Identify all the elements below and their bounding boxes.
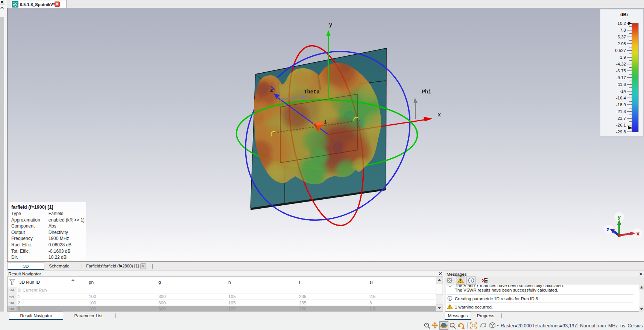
svg-text:Theta: Theta: [304, 89, 320, 95]
svg-text:-11.6: -11.6: [617, 82, 626, 87]
svg-text:Creating parametric 1D results: Creating parametric 1D results for Run I…: [455, 296, 538, 301]
svg-text:2.95: 2.95: [618, 41, 626, 46]
svg-text:100: 100: [89, 300, 96, 306]
svg-text:sl: sl: [369, 280, 373, 285]
svg-text:-16.4: -16.4: [616, 96, 626, 100]
svg-text:gh: gh: [89, 280, 94, 285]
svg-text:l: l: [299, 280, 300, 285]
svg-text:10.2: 10.2: [618, 21, 626, 26]
svg-text:235: 235: [299, 294, 307, 299]
svg-text:h: h: [228, 280, 231, 285]
svg-text:2.5: 2.5: [369, 294, 376, 299]
svg-text:1: 1: [324, 119, 327, 125]
svg-text:-1.9: -1.9: [618, 55, 626, 60]
svg-text:g: g: [158, 280, 161, 285]
svg-text:mm MHz ns Celsius: mm MHz ns Celsius: [598, 323, 643, 328]
svg-text:1.8: 1.8: [369, 306, 376, 311]
svg-text:0.527: 0.527: [615, 48, 626, 53]
svg-text:The S and Y matrices have been: The S and Y matrices have been successfu…: [455, 285, 564, 288]
svg-text:Tetrahedrons=93,197: Tetrahedrons=93,197: [532, 323, 577, 328]
svg-text:-18.9: -18.9: [616, 102, 626, 107]
svg-text:105: 105: [228, 300, 236, 306]
svg-text:3: 3: [18, 306, 20, 311]
svg-text:-4.32: -4.32: [616, 62, 626, 66]
svg-text:1: 1: [18, 294, 20, 299]
svg-text:dBi: dBi: [620, 12, 628, 17]
svg-text:0: Current Run: 0: Current Run: [18, 287, 47, 293]
svg-text:-26.1: -26.1: [616, 123, 626, 127]
svg-text:-9.17: -9.17: [616, 75, 626, 80]
svg-text:300: 300: [158, 300, 166, 306]
svg-text:235: 235: [299, 300, 307, 306]
svg-text:300: 300: [158, 294, 166, 299]
svg-text:3: 3: [369, 300, 372, 306]
svg-text:-23.7: -23.7: [616, 116, 626, 121]
svg-text:z: z: [270, 87, 273, 93]
svg-text:x: x: [438, 112, 441, 118]
svg-text:3D Run ID: 3D Run ID: [19, 280, 40, 285]
svg-text:100: 100: [89, 306, 96, 311]
svg-text:-6.75: -6.75: [616, 69, 626, 73]
svg-text:105: 105: [228, 294, 236, 299]
svg-text:Phi: Phi: [422, 89, 431, 95]
svg-text:The VSWR results have been suc: The VSWR results have been successfully …: [455, 288, 558, 292]
svg-text:z: z: [606, 227, 609, 233]
svg-text:100: 100: [89, 294, 96, 299]
svg-text:300: 300: [158, 306, 166, 311]
svg-text:Raster=20.000: Raster=20.000: [501, 323, 532, 328]
svg-text:-21.3: -21.3: [616, 109, 626, 114]
svg-text:7.8: 7.8: [620, 28, 626, 32]
svg-text:i: i: [471, 278, 472, 283]
svg-text:y: y: [617, 214, 621, 221]
svg-text:105: 105: [228, 306, 236, 311]
svg-text:y: y: [329, 22, 333, 28]
svg-text:i: i: [450, 297, 451, 301]
svg-text:1 warning occurred.: 1 warning occurred.: [455, 305, 493, 309]
svg-text:x: x: [636, 231, 639, 237]
svg-text:-29.8: -29.8: [616, 130, 626, 134]
svg-text:Normal: Normal: [580, 323, 595, 328]
svg-text:230: 230: [299, 306, 307, 311]
svg-text:2: 2: [18, 300, 20, 306]
svg-text:-14: -14: [620, 89, 626, 93]
svg-text:5.37: 5.37: [618, 35, 626, 39]
